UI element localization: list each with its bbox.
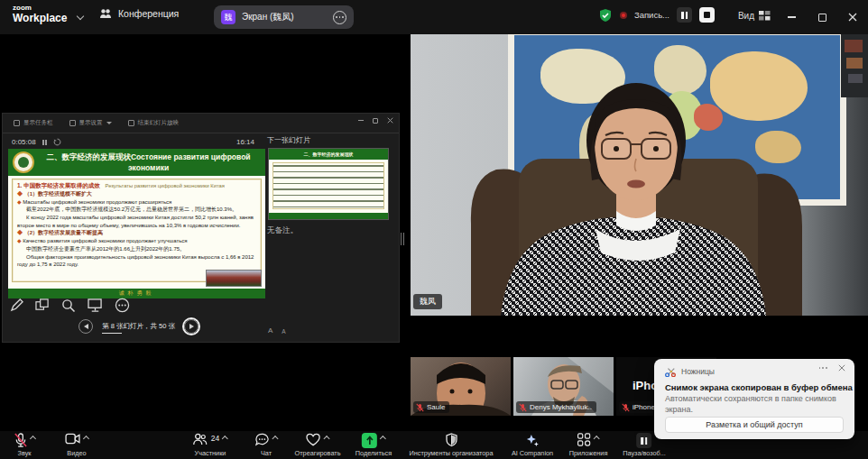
recording-controls: Запись... xyxy=(598,7,715,23)
chevron-down-icon[interactable] xyxy=(77,13,84,20)
heart-icon xyxy=(306,433,321,446)
slideshow-icon xyxy=(128,120,134,126)
muted-mic-icon xyxy=(519,403,527,412)
recording-dot-icon xyxy=(620,12,627,19)
stop-recording-button[interactable] xyxy=(699,7,715,23)
apps-label: Приложения xyxy=(569,449,608,457)
share-button[interactable]: Поделиться xyxy=(356,433,392,457)
slide-heading-ru: Результаты развития цифровой экономики К… xyxy=(106,183,225,188)
ai-companion-label: AI Companion xyxy=(512,449,553,457)
pane-resize-handle[interactable] xyxy=(401,233,404,245)
camera-icon xyxy=(65,433,80,445)
participants-icon xyxy=(99,8,112,19)
audio-button[interactable]: Звук xyxy=(14,433,35,457)
logo-text-zoom: zoom xyxy=(13,5,67,12)
slide-paragraph: К концу 2022 года масштабы цифровой экон… xyxy=(17,214,256,229)
next-slide-label: 下一张幻灯片 xyxy=(267,135,310,145)
participants-button[interactable]: 24 Участники xyxy=(193,433,227,457)
participant-video-saule[interactable]: Saule xyxy=(411,357,511,416)
display-settings-button[interactable]: 显示设置 xyxy=(69,119,112,127)
show-taskbar-button[interactable]: 显示任务栏 xyxy=(14,119,53,127)
host-tools-button[interactable]: Инструменты организатора xyxy=(410,433,494,457)
next-slide-button[interactable] xyxy=(184,319,199,334)
participant-video-denys[interactable]: Denys Mykhayliuk.. xyxy=(513,357,614,416)
ai-companion-button[interactable]: AI Companion xyxy=(512,433,553,457)
maximize-button[interactable] xyxy=(807,0,837,34)
restore-icon[interactable] xyxy=(373,118,378,124)
next-slide-thumbnail[interactable]: 二、数字经济的发展现状 xyxy=(268,148,389,220)
participants-label: Участники xyxy=(195,449,226,457)
pause-recording-label: Пауза/возоб... xyxy=(623,449,666,457)
increase-font-icon[interactable]: A xyxy=(268,326,272,335)
pause-recording-button[interactable] xyxy=(677,7,692,23)
slide-counter: 第 8 张幻灯片，共 50 张 xyxy=(102,322,175,331)
slide-header: 二、数字经济的发展现状Состояние развития цифровой э… xyxy=(8,149,265,176)
university-emblem-icon xyxy=(13,151,34,173)
display-icon xyxy=(69,120,76,126)
security-shield-icon[interactable] xyxy=(598,8,613,23)
chat-label: Чат xyxy=(261,449,272,457)
apps-button[interactable]: Приложения xyxy=(569,433,608,457)
audio-label: Звук xyxy=(18,449,32,457)
presenter-toolbar: 显示任务栏 显示设置 结束幻灯片放映 xyxy=(3,114,399,133)
chat-bubble-icon xyxy=(255,433,270,446)
react-button[interactable]: Отреагировать xyxy=(295,433,341,457)
chat-button[interactable]: Чат xyxy=(255,433,278,457)
slide-sorter-icon[interactable] xyxy=(35,298,50,312)
view-button[interactable]: Вид xyxy=(738,11,771,21)
zoom-magnifier-icon[interactable] xyxy=(61,298,76,313)
minimize-icon[interactable] xyxy=(358,120,364,121)
decrease-font-icon[interactable]: A xyxy=(282,328,285,335)
minimize-button[interactable] xyxy=(776,0,807,34)
end-slideshow-button[interactable]: 结束幻灯片放映 xyxy=(128,119,180,127)
slide-bullet: Качество развития цифровой экономики про… xyxy=(17,237,256,245)
notification-title: Снимок экрана скопирован в буфер обмена xyxy=(665,382,853,392)
timer-restart-icon[interactable] xyxy=(53,138,61,146)
tab-screen-share[interactable]: 魏 Экран (魏凤) xyxy=(214,5,354,29)
next-slide-header: 二、数字经济的发展现状 xyxy=(269,149,388,160)
active-speaker-video[interactable]: 魏凤 xyxy=(411,34,868,316)
notification-more-icon[interactable] xyxy=(819,367,827,369)
shared-screen-presenter-view: 显示任务栏 显示设置 结束幻灯片放映 0:05:08 16:14 二、数字经济的… xyxy=(2,113,400,343)
muted-mic-icon xyxy=(14,433,27,447)
slide-heading-zh: 1. 中国数字经济发展取得的成效 xyxy=(17,182,100,188)
recording-label: Запись... xyxy=(634,10,669,20)
snipping-tool-notification[interactable]: Ножницы Снимок экрана скопирован в буфер… xyxy=(654,359,854,439)
notes-empty-label: 无备注。 xyxy=(267,225,298,236)
timer-pause-icon[interactable] xyxy=(42,140,47,145)
more-options-icon[interactable] xyxy=(115,298,130,313)
participants-options-chevron[interactable] xyxy=(222,436,228,442)
previous-slide-button[interactable] xyxy=(78,319,93,334)
notification-actions xyxy=(819,364,845,372)
audio-options-chevron[interactable] xyxy=(30,436,36,442)
video-label: Видео xyxy=(67,449,86,457)
slide-body: 1. 中国数字经济发展取得的成效 Результаты развития циф… xyxy=(12,179,262,282)
notification-close-icon[interactable] xyxy=(838,364,845,372)
black-screen-icon[interactable] xyxy=(88,298,103,312)
markup-share-button[interactable]: Разметка и общий доступ xyxy=(665,417,844,433)
zoom-workplace-logo: zoom Workplace xyxy=(13,5,67,23)
sparkle-icon xyxy=(525,433,540,447)
tab-conference-label: Конференция xyxy=(118,8,179,19)
slide-footer-motto: 诚朴勇毅 xyxy=(119,289,155,298)
pen-icon[interactable] xyxy=(10,298,23,312)
video-button[interactable]: Видео xyxy=(65,433,88,457)
end-slideshow-label: 结束幻灯片放映 xyxy=(138,119,180,127)
participants-count: 24 xyxy=(211,434,219,443)
chat-options-chevron[interactable] xyxy=(272,436,278,442)
participant-name-text: Denys Mykhayliuk.. xyxy=(530,403,592,411)
tab-conference[interactable]: Конференция xyxy=(99,8,179,19)
share-options-chevron[interactable] xyxy=(380,436,386,442)
next-slide-footer xyxy=(269,213,388,219)
slide-paragraph: 中国数字经济全要素生产率从2012年的1.66上升到2022年的1.75。 xyxy=(17,245,256,253)
video-options-chevron[interactable] xyxy=(83,436,89,442)
apps-options-chevron[interactable] xyxy=(594,436,600,442)
notification-header: Ножницы xyxy=(665,366,715,377)
slide-bullet: Масштабы цифровой экономики продолжают р… xyxy=(17,198,256,207)
participants-icon xyxy=(193,433,208,445)
participant-name-label: Denys Mykhayliuk.. xyxy=(516,401,596,413)
react-options-chevron[interactable] xyxy=(324,436,330,442)
close-icon[interactable] xyxy=(387,117,393,124)
tab-options-icon[interactable] xyxy=(333,11,346,24)
close-button[interactable] xyxy=(837,0,868,34)
